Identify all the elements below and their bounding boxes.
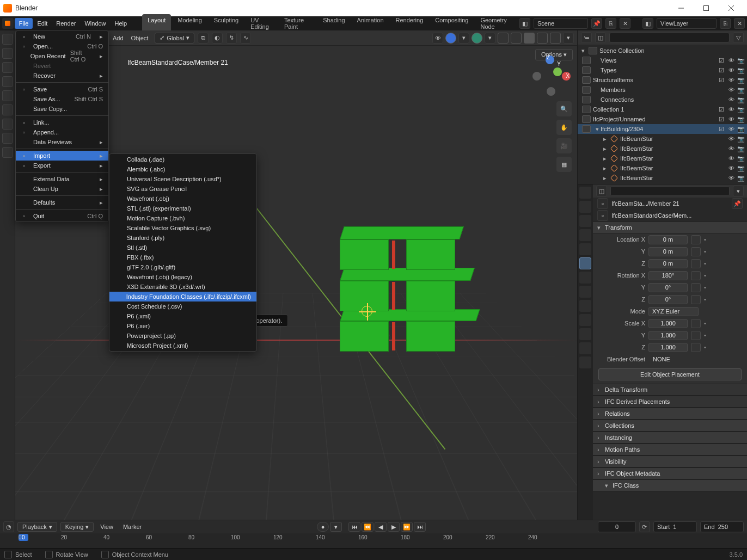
panel-instancing[interactable]: ›Instancing [593, 432, 747, 444]
gizmo-toggle-button[interactable] [445, 33, 456, 44]
shading-matprev-button[interactable] [537, 33, 548, 44]
file-menu-new[interactable]: ▫NewCtrl N▸ [16, 32, 108, 41]
nav-gizmo[interactable]: Z Y X [530, 56, 571, 96]
ifc-derived-header[interactable]: IFC Derived Placements [605, 398, 670, 405]
tool-transform-icon[interactable] [2, 104, 13, 115]
gizmo-options-button[interactable]: ▾ [458, 33, 469, 44]
import-item[interactable]: Motion Capture (.bvh) [109, 213, 256, 223]
import-item[interactable]: Collada (.dae) [109, 155, 256, 164]
vp-menu-add[interactable]: Add [109, 35, 127, 41]
playback-menu[interactable]: Playback▾ [17, 522, 57, 532]
window-minimize-button[interactable] [669, 1, 694, 16]
workspace-tab-modeling[interactable]: Modeling [172, 14, 207, 33]
file-menu-clean-up[interactable]: Clean Up▸ [16, 184, 108, 194]
file-menu-external-data[interactable]: External Data▸ [16, 174, 108, 184]
loc-x-lock-button[interactable] [691, 235, 701, 244]
import-item[interactable]: Microsoft Project (.xml) [109, 341, 256, 350]
visibility-button[interactable]: 👁 [432, 33, 443, 44]
breadcrumb-short[interactable]: IfcBeamSta.../Member 21 [611, 200, 728, 207]
proportional-edit-button[interactable]: ↯ [226, 33, 237, 44]
outliner-item[interactable]: ▸IfcBeamStar👁📷 [578, 173, 747, 183]
menu-edit[interactable]: Edit [33, 18, 52, 29]
delta-transform-header[interactable]: Delta Transform [605, 386, 647, 393]
file-menu-append-[interactable]: ▫Append... [16, 127, 108, 137]
tool-rotate-icon[interactable] [2, 76, 13, 87]
outliner-item[interactable]: Views☑👁📷 [578, 56, 747, 65]
file-menu-link-[interactable]: ▫Link... [16, 118, 108, 127]
overlay-toggle-button[interactable] [472, 33, 482, 44]
outliner-item[interactable]: ▾IfcProject/Unnamed☑👁📷 [578, 114, 747, 124]
shading-wire-button[interactable] [511, 33, 522, 44]
breadcrumb-long[interactable]: IfcBeamStandardCase/Mem... [611, 212, 743, 219]
workspace-tab-geometry-node[interactable]: Geometry Node [475, 14, 518, 33]
rot-z-field[interactable]: 0° [648, 295, 688, 304]
panel-motion-paths[interactable]: ›Motion Paths [593, 444, 747, 456]
workspace-tab-layout[interactable]: Layout [142, 14, 171, 33]
model-ifc-building[interactable] [342, 226, 483, 368]
start-frame-field[interactable]: Start 1 [653, 521, 697, 532]
import-item[interactable]: glTF 2.0 (.glb/.gltf) [109, 262, 256, 272]
play-button[interactable]: ▶ [388, 522, 400, 532]
prop-tab-object[interactable] [579, 257, 591, 269]
viewlayer-browse-button[interactable]: ◧ [642, 18, 653, 29]
scale-x-field[interactable]: 1.000 [648, 319, 688, 328]
workspace-tab-texture-paint[interactable]: Texture Paint [279, 14, 316, 33]
viewlayer-name-field[interactable]: ViewLayer [657, 18, 717, 29]
workspace-tab-rendering[interactable]: Rendering [390, 14, 429, 33]
outliner-item[interactable]: ▸IfcBeamStar👁📷 [578, 134, 747, 144]
camera-view-button[interactable]: 🎥 [556, 138, 572, 153]
file-menu-export[interactable]: ▫Export▸ [16, 161, 108, 170]
file-menu[interactable]: ▫NewCtrl N▸▫Open...Ctrl OOpen RecentShif… [15, 30, 109, 222]
outliner-root[interactable]: ▾Scene Collection [578, 46, 747, 56]
import-item[interactable]: Alembic (.abc) [109, 164, 256, 174]
rot-mode-dropdown[interactable]: XYZ Euler [648, 307, 699, 316]
menu-help[interactable]: Help [111, 18, 132, 29]
tool-scale-icon[interactable] [2, 90, 13, 101]
file-menu-defaults[interactable]: Defaults▸ [16, 198, 108, 207]
file-menu-open-[interactable]: ▫Open...Ctrl O [16, 41, 108, 51]
import-item[interactable]: Stl (.stl) [109, 243, 256, 253]
prop-tab-render[interactable] [579, 187, 591, 199]
outliner-item[interactable]: Collection 1☑👁📷 [578, 104, 747, 114]
autokey-toggle[interactable]: ● [317, 522, 329, 532]
workspace-tab-compositing[interactable]: Compositing [430, 14, 474, 33]
prop-editor-type-button[interactable]: ◫ [596, 186, 607, 196]
import-item[interactable]: Wavefront (.obj) [109, 194, 256, 204]
prop-tab-data[interactable] [579, 328, 591, 340]
import-item[interactable]: Industry Foundation Classes (.ifc/.ifczi… [109, 292, 256, 301]
blender-menu-button[interactable] [2, 18, 14, 29]
outliner-item[interactable]: Types☑👁📷 [578, 65, 747, 75]
outliner-filter-button[interactable]: ▽ [733, 32, 744, 43]
file-menu-save-copy-[interactable]: Save Copy... [16, 104, 108, 114]
prop-options-button[interactable]: ▾ [733, 186, 744, 196]
import-submenu[interactable]: Collada (.dae)Alembic (.abc)Universal Sc… [109, 153, 257, 352]
workspace-tab-shading[interactable]: Shading [317, 14, 350, 33]
import-item[interactable]: Stanford (.ply) [109, 233, 256, 243]
workspace-tab-uv-editing[interactable]: UV Editing [245, 14, 278, 33]
file-menu-save-as-[interactable]: Save As...Shift Ctrl S [16, 94, 108, 104]
rot-y-field[interactable]: 0° [648, 283, 688, 292]
loc-z-field[interactable]: 0 m [648, 259, 688, 268]
prop-tab-world[interactable] [579, 243, 591, 255]
scale-z-field[interactable]: 1.000 [648, 343, 688, 352]
workspace-tab-sculpting[interactable]: Sculpting [209, 14, 244, 33]
tool-cursor-icon[interactable] [2, 48, 13, 59]
shading-rendered-button[interactable] [550, 33, 561, 44]
scene-new-button[interactable]: ⎘ [605, 18, 616, 29]
transform-header[interactable]: Transform [605, 224, 632, 231]
prop-tab-constraints[interactable] [579, 314, 591, 326]
snap-options-button[interactable]: ◐ [212, 33, 223, 44]
file-menu-quit[interactable]: ▫QuitCtrl Q [16, 211, 108, 221]
outliner-tree[interactable]: ▾Scene CollectionViews☑👁📷Types☑👁📷▾Struct… [578, 45, 747, 184]
shading-solid-button[interactable] [524, 33, 535, 44]
tool-move-icon[interactable] [2, 62, 13, 73]
import-item[interactable]: Universal Scene Description (.usd*) [109, 174, 256, 184]
zoom-button[interactable]: 🔍 [556, 101, 572, 116]
prop-tab-scene[interactable] [579, 229, 591, 241]
jump-next-key-button[interactable]: ⏩ [401, 522, 413, 532]
prop-tab-output[interactable] [579, 201, 591, 213]
import-item[interactable]: Scalable Vector Graphics (.svg) [109, 223, 256, 233]
marker-menu[interactable]: Marker [120, 524, 145, 530]
jump-prev-key-button[interactable]: ⏪ [362, 522, 373, 532]
edit-placement-button[interactable]: Edit Object Placement [598, 368, 742, 380]
